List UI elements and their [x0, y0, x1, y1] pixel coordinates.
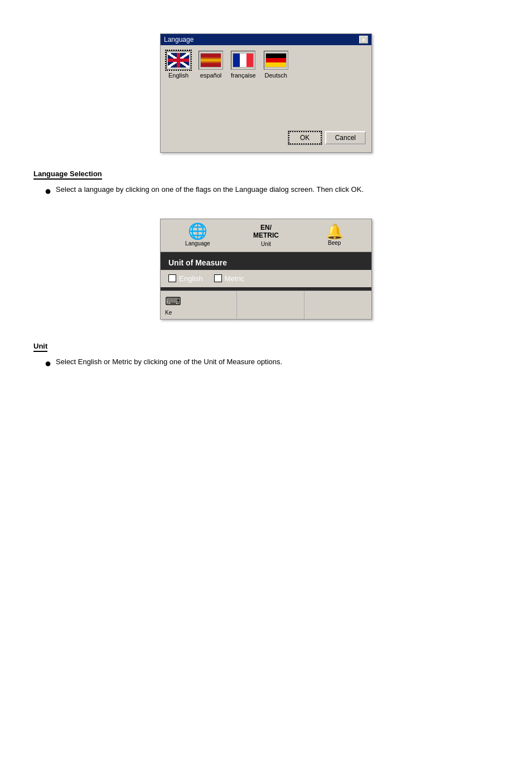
- cancel-button[interactable]: Cancel: [325, 131, 366, 144]
- lang-item-espanol[interactable]: español: [199, 51, 223, 79]
- unit-top-beep: 🔔 Beep: [303, 224, 366, 246]
- dialog-titlebar: Language ×: [161, 34, 371, 45]
- section-unit-heading: Unit: [33, 342, 47, 352]
- uk-flag-icon: [168, 53, 189, 67]
- section-language-bullet: ● Select a language by clicking on one o…: [45, 184, 499, 196]
- unit-popup-options: English Metric: [161, 270, 371, 287]
- spain-flag-icon: [200, 53, 221, 67]
- metric-option-label: Metric: [225, 274, 244, 283]
- unit-option-english[interactable]: English: [168, 274, 203, 283]
- lang-item-francaise[interactable]: française: [231, 51, 256, 79]
- france-flag-icon: [233, 53, 254, 67]
- grid-cell-3: [304, 291, 371, 319]
- page-content: Language × English: [0, 22, 532, 380]
- lang-label-espanol: español: [200, 72, 222, 79]
- unit-popup-title: Unit of Measure: [161, 255, 371, 270]
- language-dialog-container: Language × English: [33, 33, 499, 153]
- language-dialog: Language × English: [160, 33, 372, 153]
- english-checkbox[interactable]: [168, 274, 176, 282]
- lang-item-deutsch[interactable]: Deutsch: [264, 51, 288, 79]
- dialog-body: English español française: [161, 45, 371, 152]
- section-language-text: Select a language by clicking on one of …: [56, 184, 364, 196]
- lang-icon-wrapper-espanol: [199, 51, 223, 70]
- unit-unit-label: Unit: [261, 241, 271, 247]
- dialog-buttons: OK Cancel: [166, 129, 366, 147]
- beep-icon: 🔔: [326, 224, 344, 239]
- unit-beep-label: Beep: [328, 240, 341, 246]
- keyboard-cell: ⌨ Ke: [161, 291, 237, 319]
- english-option-label: English: [179, 274, 203, 283]
- metric-checkbox[interactable]: [214, 274, 222, 282]
- unit-option-metric[interactable]: Metric: [214, 274, 244, 283]
- unit-language-label: Language: [185, 240, 210, 247]
- dialog-spacer: [166, 84, 366, 129]
- bullet-dot-1: ●: [45, 185, 51, 196]
- lang-item-english[interactable]: English: [166, 51, 191, 79]
- unit-measure-popup: Unit of Measure English Metric: [161, 252, 371, 291]
- grid-cell-2: [237, 291, 304, 319]
- lang-icon-wrapper-francaise: [231, 51, 255, 70]
- lang-label-francaise: française: [231, 72, 256, 79]
- lang-icon-wrapper-english: [166, 51, 191, 70]
- lang-label-english: English: [168, 72, 188, 79]
- germany-flag-icon: [265, 53, 287, 67]
- section-unit: Unit ● Select English or Metric by click…: [33, 342, 499, 369]
- bullet-dot-2: ●: [45, 357, 51, 369]
- unit-top-row: 🌐 Language EN/METRIC Unit 🔔 Beep: [161, 219, 371, 252]
- language-icons-row: English español française: [166, 51, 366, 79]
- dialog-close-button[interactable]: ×: [359, 36, 368, 44]
- unit-panel-container: 🌐 Language EN/METRIC Unit 🔔 Beep Unit of…: [33, 219, 499, 320]
- dialog-title: Language: [164, 36, 194, 44]
- section-language-heading: Language Selection: [33, 170, 102, 180]
- unit-top-language: 🌐 Language: [166, 224, 229, 247]
- keyboard-label: Ke: [165, 310, 172, 316]
- unit-panel: 🌐 Language EN/METRIC Unit 🔔 Beep Unit of…: [160, 219, 372, 320]
- ok-button[interactable]: OK: [288, 131, 322, 144]
- section-unit-bullet: ● Select English or Metric by clicking o…: [45, 356, 499, 369]
- section-language: Language Selection ● Select a language b…: [33, 170, 499, 196]
- section-unit-text: Select English or Metric by clicking one…: [56, 356, 282, 368]
- globe-icon: 🌐: [188, 224, 207, 239]
- unit-text: EN/METRIC: [253, 224, 279, 240]
- lang-icon-wrapper-deutsch: [264, 51, 288, 70]
- keyboard-icon: ⌨: [165, 294, 181, 308]
- unit-top-unit: EN/METRIC Unit: [235, 224, 298, 247]
- unit-grid-row: ⌨ Ke: [161, 291, 371, 319]
- lang-label-deutsch: Deutsch: [264, 72, 287, 79]
